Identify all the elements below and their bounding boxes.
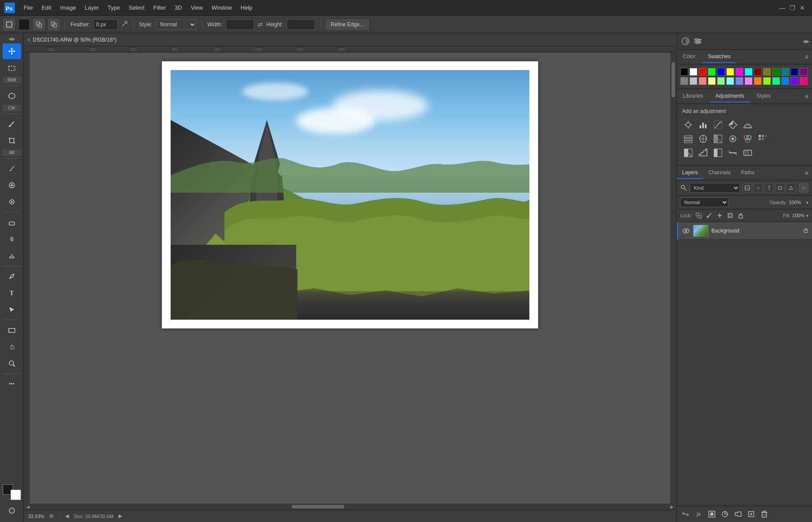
swatch[interactable] [680, 68, 688, 76]
swatch[interactable] [781, 77, 789, 85]
minimize-btn[interactable]: — [779, 4, 785, 11]
tab-swatches[interactable]: Swatches [702, 51, 737, 63]
tool-clone[interactable] [3, 194, 21, 210]
sel-intersect-btn[interactable] [48, 19, 60, 30]
swatch[interactable] [800, 68, 808, 76]
filter-kind-select[interactable]: Kind [690, 183, 740, 193]
swatch[interactable] [680, 77, 688, 85]
swatch[interactable] [717, 68, 725, 76]
width-input[interactable] [226, 19, 254, 30]
tool-hand[interactable] [3, 339, 21, 355]
swatch[interactable] [772, 68, 780, 76]
more-tools-btn[interactable]: ••• [3, 376, 21, 392]
tab-libraries[interactable]: Libraries [677, 90, 709, 102]
swatch[interactable] [781, 68, 789, 76]
status-left-arrow[interactable]: ◀ [65, 513, 69, 519]
scroll-left-arrow[interactable]: ◀ [24, 504, 32, 509]
adj-curves[interactable] [711, 119, 725, 131]
h-scrollbar[interactable]: ◀ ▶ [24, 504, 676, 510]
swatch[interactable] [726, 68, 734, 76]
tab-color[interactable]: Color [677, 51, 702, 63]
tool-lasso[interactable] [3, 88, 21, 104]
h-scroll-thumb[interactable] [292, 505, 344, 508]
filter-icon-shape[interactable] [775, 183, 785, 193]
tab-styles[interactable]: Styles [750, 90, 777, 102]
tool-eyedropper[interactable] [3, 161, 21, 176]
swatch[interactable] [708, 77, 716, 85]
menu-view[interactable]: View [186, 3, 207, 13]
filter-icon-smart[interactable] [786, 183, 796, 193]
swatch[interactable] [791, 68, 798, 76]
swatch[interactable] [772, 77, 780, 85]
opacity-dropdown[interactable]: ▾ [806, 200, 808, 205]
close-btn[interactable]: ✕ [800, 4, 805, 11]
menu-filter[interactable]: Filter [149, 3, 170, 13]
filter-icon-adjustment[interactable]: ○ [753, 183, 763, 193]
swatch[interactable] [763, 68, 771, 76]
layer-fx-btn[interactable]: fx [693, 509, 704, 519]
menu-help[interactable]: Help [236, 3, 257, 13]
lock-image[interactable] [705, 211, 714, 220]
layer-background[interactable]: Background [677, 222, 812, 240]
tab-paths[interactable]: Paths [736, 167, 760, 179]
menu-edit[interactable]: Edit [37, 3, 56, 13]
adj-levels[interactable] [696, 119, 710, 131]
adj-posterize[interactable] [696, 147, 710, 159]
panels-collapse-btn[interactable]: ◀▶ [802, 39, 809, 44]
panel-icon-adjust[interactable] [692, 35, 704, 47]
adj-channel-mixer[interactable] [741, 133, 755, 145]
rect-sel-btn[interactable] [4, 19, 15, 30]
adj-invert[interactable] [681, 147, 695, 159]
tool-pen[interactable] [3, 268, 21, 284]
menu-select[interactable]: Select [124, 3, 149, 13]
refine-edge-btn[interactable]: Refine Edge... [326, 19, 369, 30]
layer-new-btn[interactable] [746, 509, 756, 519]
swatch[interactable] [745, 77, 752, 85]
lock-position[interactable] [715, 211, 724, 220]
sel-mode-btn[interactable] [33, 19, 45, 30]
menu-image[interactable]: Image [56, 3, 80, 13]
style-select[interactable]: Normal Fixed Ratio Fixed Size [156, 19, 196, 30]
adj-exposure[interactable] [726, 119, 740, 131]
adj-hsl[interactable] [681, 133, 695, 145]
swatch[interactable] [791, 77, 798, 85]
swatch[interactable] [745, 68, 752, 76]
swap-wh-icon[interactable]: ⇄ [258, 21, 263, 28]
layer-mask-btn[interactable] [707, 509, 717, 519]
swatch[interactable] [690, 68, 697, 76]
swatch[interactable] [763, 77, 771, 85]
blend-mode-select[interactable]: Normal [680, 198, 728, 207]
tab-adjustments[interactable]: Adjustments [709, 90, 750, 102]
swatch[interactable] [735, 68, 743, 76]
quick-mask-btn[interactable] [3, 503, 21, 518]
menu-3d[interactable]: 3D [170, 3, 186, 13]
menu-window[interactable]: Window [207, 3, 236, 13]
adj-threshold[interactable] [711, 147, 725, 159]
swatch[interactable] [726, 77, 734, 85]
menu-type[interactable]: Type [103, 3, 124, 13]
status-right-arrow[interactable]: ▶ [119, 513, 122, 519]
adj-brightness[interactable] [681, 119, 695, 131]
tool-move[interactable] [3, 43, 21, 59]
menu-layer[interactable]: Layer [80, 3, 104, 13]
lock-all[interactable] [736, 211, 745, 220]
status-export-icon[interactable]: ⊞ [49, 513, 53, 519]
height-input[interactable] [287, 19, 315, 30]
adj-bw[interactable] [711, 133, 725, 145]
tool-crop[interactable] [3, 133, 21, 148]
lock-transparent[interactable] [694, 211, 703, 220]
layer-visibility-bg[interactable] [682, 226, 690, 235]
adj-selective-color[interactable] [741, 147, 755, 159]
tool-blur[interactable] [3, 231, 21, 247]
layer-link-btn[interactable] [680, 509, 691, 519]
layer-adj-btn[interactable] [720, 509, 730, 519]
swatch[interactable] [754, 77, 762, 85]
swatch[interactable] [690, 77, 697, 85]
scroll-right-arrow[interactable]: ▶ [668, 504, 676, 509]
swatch[interactable] [717, 77, 725, 85]
tool-zoom[interactable] [3, 356, 21, 371]
lock-artboard[interactable] [726, 211, 735, 220]
tool-brush[interactable] [3, 116, 21, 132]
tool-burn[interactable] [3, 248, 21, 264]
feather-input[interactable] [94, 19, 118, 30]
